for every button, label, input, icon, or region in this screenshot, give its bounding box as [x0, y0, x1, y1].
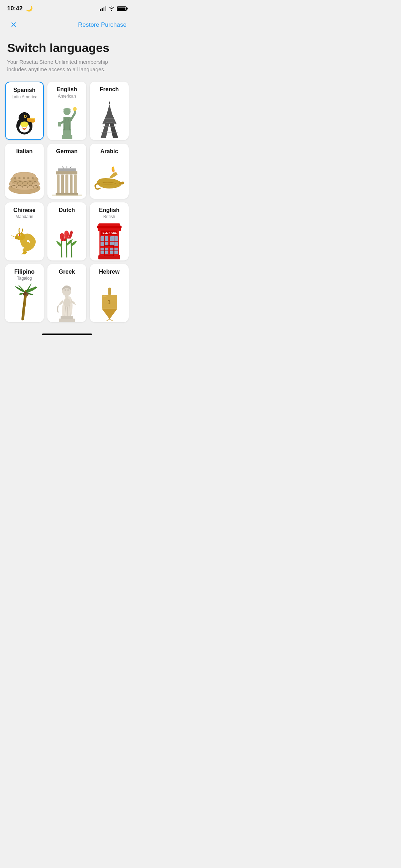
svg-rect-48 — [57, 174, 60, 193]
svg-rect-54 — [52, 195, 82, 196]
svg-line-100 — [109, 319, 112, 321]
svg-text:נ: נ — [108, 298, 111, 306]
svg-marker-25 — [109, 122, 118, 138]
language-name: French — [100, 86, 119, 93]
home-indicator — [42, 334, 92, 335]
language-name: German — [56, 148, 77, 155]
svg-point-5 — [26, 115, 26, 116]
svg-point-57 — [19, 234, 20, 236]
language-name: Arabic — [101, 148, 118, 155]
svg-line-59 — [11, 236, 15, 237]
language-card-greek[interactable]: Greek — [47, 264, 86, 322]
language-card-english-british[interactable]: EnglishBritish TELEPHONE — [90, 202, 129, 260]
language-card-italian[interactable]: Italian — [5, 144, 44, 199]
language-name: English — [99, 207, 120, 213]
language-card-hebrew[interactable]: Hebrew נ — [90, 264, 129, 322]
close-icon: ✕ — [10, 20, 17, 30]
language-card-filipino-tagalog[interactable]: FilipinoTagalog — [5, 264, 44, 322]
language-illustration: TELEPHONE — [93, 221, 126, 260]
svg-rect-41 — [27, 177, 29, 179]
svg-marker-30 — [107, 104, 112, 113]
svg-line-46 — [70, 166, 71, 168]
svg-rect-42 — [32, 177, 34, 179]
language-name: Dutch — [59, 207, 75, 213]
language-name: Greek — [59, 268, 75, 275]
svg-point-4 — [25, 115, 26, 117]
page-header: Switch languages Your Rosetta Stone Unli… — [0, 36, 134, 82]
language-card-french[interactable]: French — [90, 82, 129, 140]
language-card-english-american[interactable]: EnglishAmerican — [47, 82, 86, 140]
svg-rect-40 — [23, 177, 25, 179]
svg-rect-43 — [58, 168, 76, 171]
status-time-container: 10:42 🌙 — [7, 5, 33, 12]
language-variant: Tagalog — [17, 276, 32, 281]
svg-rect-65 — [98, 223, 120, 226]
bottom-bar — [0, 329, 134, 342]
svg-rect-51 — [70, 174, 73, 193]
svg-rect-94 — [108, 288, 111, 295]
language-illustration — [50, 101, 83, 140]
language-card-spanish-latin-america[interactable]: SpanishLatin America — [5, 82, 44, 140]
language-illustration — [8, 283, 41, 322]
top-nav: ✕ Restore Purchase — [0, 15, 134, 36]
svg-rect-50 — [65, 174, 68, 193]
language-card-chinese-mandarin[interactable]: ChineseMandarin — [5, 202, 44, 260]
signal-icon — [100, 6, 106, 11]
language-card-arabic[interactable]: Arabic — [90, 144, 129, 199]
svg-point-93 — [67, 289, 69, 291]
svg-point-89 — [63, 298, 71, 307]
language-name: Hebrew — [99, 268, 120, 275]
svg-marker-24 — [101, 122, 109, 138]
svg-rect-38 — [14, 177, 16, 179]
wifi-icon — [108, 6, 115, 11]
language-variant: American — [58, 94, 76, 99]
svg-line-44 — [62, 166, 64, 168]
language-name: Italian — [16, 148, 32, 155]
svg-point-37 — [13, 172, 36, 181]
language-illustration — [50, 277, 83, 322]
language-illustration — [9, 102, 40, 139]
language-name: Filipino — [14, 268, 35, 275]
language-name: Chinese — [13, 207, 35, 213]
language-name: Spanish — [13, 87, 35, 93]
page-subtitle: Your Rosetta Stone Unlimited membership … — [7, 58, 127, 73]
svg-line-99 — [107, 319, 109, 321]
language-variant: Mandarin — [15, 214, 33, 219]
svg-point-92 — [65, 289, 66, 291]
svg-marker-97 — [102, 309, 117, 319]
status-time: 10:42 — [7, 5, 22, 12]
language-illustration — [8, 221, 41, 260]
languages-grid: SpanishLatin America EnglishAmerican — [0, 82, 134, 329]
svg-line-19 — [71, 113, 75, 120]
restore-purchase-button[interactable]: Restore Purchase — [78, 21, 127, 29]
svg-point-82 — [26, 293, 29, 296]
language-variant: Latin America — [11, 94, 37, 99]
svg-text:TELEPHONE: TELEPHONE — [102, 232, 117, 234]
battery-icon — [117, 6, 127, 11]
moon-icon: 🌙 — [26, 5, 33, 11]
language-illustration — [93, 95, 126, 140]
svg-point-83 — [23, 293, 26, 295]
language-illustration — [50, 216, 83, 260]
svg-rect-39 — [18, 177, 20, 179]
language-name: English — [57, 86, 77, 93]
language-illustration: נ — [93, 277, 126, 322]
svg-rect-49 — [61, 174, 64, 193]
language-variant: British — [103, 214, 115, 219]
language-card-german[interactable]: German — [47, 144, 86, 199]
svg-rect-85 — [61, 316, 73, 319]
svg-rect-23 — [58, 122, 61, 126]
page-title: Switch languages — [7, 41, 127, 55]
language-card-dutch[interactable]: Dutch — [47, 202, 86, 260]
svg-point-21 — [73, 107, 77, 111]
svg-point-6 — [20, 122, 29, 127]
svg-rect-47 — [56, 171, 77, 174]
status-bar: 10:42 🌙 — [0, 0, 134, 15]
svg-rect-52 — [74, 174, 77, 193]
language-illustration — [50, 157, 83, 199]
status-icons — [100, 6, 127, 11]
svg-point-58 — [20, 234, 20, 235]
language-illustration — [93, 157, 126, 199]
language-illustration — [8, 157, 41, 199]
close-button[interactable]: ✕ — [7, 19, 20, 31]
